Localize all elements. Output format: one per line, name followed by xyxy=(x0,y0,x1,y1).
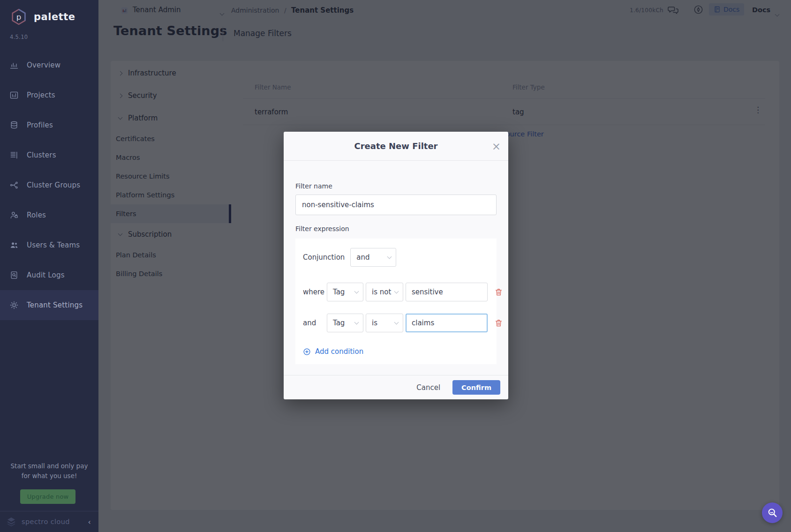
app-version: 4.5.10 xyxy=(0,26,98,40)
condition-field-select[interactable]: Tag xyxy=(327,283,363,301)
chevron-down-icon xyxy=(394,320,399,325)
condition-prefix: where xyxy=(303,288,324,296)
filter-expression-label: Filter expression xyxy=(295,215,497,232)
sidebar: p palette 4.5.10 Overview Projects Profi… xyxy=(0,0,98,532)
users-teams-icon xyxy=(9,240,19,250)
chevron-down-icon xyxy=(394,289,399,294)
cancel-button[interactable]: Cancel xyxy=(416,383,440,392)
overview-icon xyxy=(9,60,19,70)
roles-icon xyxy=(9,210,19,220)
profiles-icon xyxy=(9,120,19,130)
app-logo: p palette xyxy=(0,0,98,26)
sidebar-footer: spectro cloud ‹ xyxy=(0,511,98,532)
chevron-down-icon xyxy=(387,255,392,259)
gear-icon xyxy=(9,300,19,310)
modal-title: Create New Filter xyxy=(354,141,437,151)
conjunction-label: Conjunction xyxy=(303,253,345,262)
search-help-button[interactable] xyxy=(762,502,783,523)
condition-operator-select[interactable]: is not xyxy=(366,283,403,301)
sidebar-nav: Overview Projects Profiles Clusters Clus… xyxy=(0,50,98,320)
close-icon[interactable]: × xyxy=(492,132,501,161)
upgrade-now-button[interactable]: Upgrade now xyxy=(20,489,75,504)
collapse-sidebar-icon[interactable]: ‹ xyxy=(88,517,91,526)
svg-text:p: p xyxy=(16,13,22,22)
sidebar-item-cluster-groups[interactable]: Cluster Groups xyxy=(0,170,98,200)
projects-icon xyxy=(9,90,19,100)
sidebar-item-clusters[interactable]: Clusters xyxy=(0,140,98,170)
filter-name-input[interactable] xyxy=(295,195,497,215)
sidebar-item-users-teams[interactable]: Users & Teams xyxy=(0,230,98,260)
brand-name: spectro cloud xyxy=(22,518,70,525)
condition-row: and Tag is xyxy=(303,314,492,332)
conjunction-select[interactable]: and xyxy=(350,248,396,267)
condition-prefix: and xyxy=(303,319,324,327)
expression-panel: Conjunction and where Tag is not xyxy=(295,239,497,364)
create-filter-modal: Create New Filter × Filter name Filter e… xyxy=(284,132,508,399)
audit-logs-icon xyxy=(9,270,19,280)
spectro-cloud-logo-icon xyxy=(6,516,17,527)
magnifier-icon xyxy=(766,507,779,519)
condition-row: where Tag is not xyxy=(303,283,492,301)
modal-body: Filter name Filter expression Conjunctio… xyxy=(284,161,508,364)
chevron-down-icon xyxy=(354,320,359,325)
condition-value-input[interactable] xyxy=(406,283,488,301)
upgrade-promo-text: Start small and only pay for what you us… xyxy=(0,461,98,481)
modal-header: Create New Filter × xyxy=(284,132,508,161)
app-name: palette xyxy=(34,11,75,22)
palette-logo-icon: p xyxy=(9,7,28,26)
sidebar-item-overview[interactable]: Overview xyxy=(0,50,98,80)
sidebar-item-audit-logs[interactable]: Audit Logs xyxy=(0,260,98,290)
sidebar-item-projects[interactable]: Projects xyxy=(0,80,98,110)
cluster-groups-icon xyxy=(9,180,19,190)
chevron-down-icon xyxy=(354,289,359,294)
delete-condition-trash-icon[interactable] xyxy=(494,288,503,297)
sidebar-item-roles[interactable]: Roles xyxy=(0,200,98,230)
clusters-icon xyxy=(9,150,19,160)
sidebar-item-profiles[interactable]: Profiles xyxy=(0,110,98,140)
filter-name-label: Filter name xyxy=(295,161,497,190)
modal-footer: Cancel Confirm xyxy=(284,375,508,399)
sidebar-item-tenant-settings[interactable]: Tenant Settings xyxy=(0,290,98,320)
condition-value-input-focused[interactable] xyxy=(406,314,488,332)
condition-operator-select[interactable]: is xyxy=(366,314,403,332)
delete-condition-trash-icon[interactable] xyxy=(494,319,503,328)
confirm-button[interactable]: Confirm xyxy=(452,380,500,395)
add-condition-button[interactable]: Add condition xyxy=(303,347,363,356)
plus-circle-icon xyxy=(303,348,311,356)
conjunction-row: Conjunction and xyxy=(303,248,492,267)
condition-field-select[interactable]: Tag xyxy=(327,314,363,332)
